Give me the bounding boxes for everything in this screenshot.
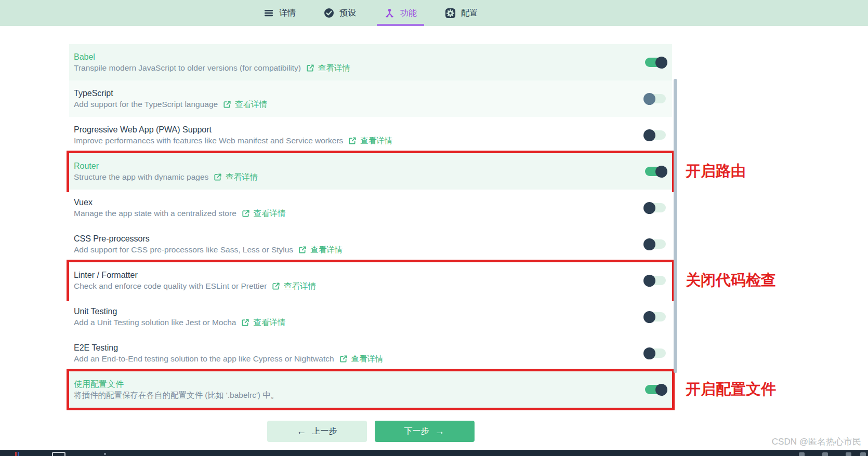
feature-name: Babel	[74, 51, 645, 62]
feature-name: Linter / Formatter	[74, 270, 645, 280]
arrow-right-icon: →	[435, 426, 445, 436]
list-icon	[264, 8, 274, 18]
feature-name: TypeScript	[74, 88, 645, 99]
feature-annotation: 关闭代码检查	[686, 270, 776, 291]
feature-description-text: 将插件的配置保存在各自的配置文件 (比如 '.babelrc') 中。	[74, 390, 279, 400]
tab-label: 预设	[339, 8, 356, 19]
feature-toggle[interactable]	[645, 385, 666, 394]
feature-description-text: Transpile modern JavaScript to older ver…	[74, 62, 301, 73]
feature-name: Router	[74, 160, 645, 171]
feature-description: Add an End-to-End testing solution to th…	[74, 353, 645, 364]
status-bar	[0, 450, 868, 456]
feature-toggle[interactable]	[645, 58, 666, 67]
tab-features[interactable]: 功能	[377, 0, 424, 26]
previous-step-button[interactable]: ← 上一步	[267, 421, 367, 442]
feature-row-unit-testing[interactable]: Unit Testing Add a Unit Testing solution…	[69, 299, 672, 335]
feature-details-link-label: 查看详情	[318, 62, 350, 73]
feature-details-link-label: 查看详情	[254, 208, 286, 219]
feature-details-link[interactable]: 查看详情	[298, 244, 343, 255]
next-step-button[interactable]: 下一步 →	[375, 421, 475, 442]
feature-row-vuex[interactable]: Vuex Manage the app state with a central…	[69, 190, 672, 226]
external-link-icon	[223, 100, 231, 109]
feature-description: Manage the app state with a centralized …	[74, 208, 645, 219]
toggle-knob	[655, 57, 667, 69]
feature-description-text: Add a Unit Testing solution like Jest or…	[74, 317, 236, 328]
external-link-icon	[214, 173, 222, 181]
features-icon	[384, 8, 395, 19]
tab-details[interactable]: 详情	[256, 0, 303, 26]
feature-row-linter-formatter[interactable]: Linter / Formatter Check and enforce cod…	[69, 262, 672, 299]
feature-description: Improve performances with features like …	[74, 135, 645, 146]
status-bar-icon[interactable]	[860, 452, 866, 456]
feature-row-css-pre-processors[interactable]: CSS Pre-processors Add support for CSS p…	[69, 226, 672, 262]
status-bar-icon	[15, 452, 17, 456]
feature-details-link[interactable]: 查看详情	[272, 280, 316, 291]
feature-row-typescript[interactable]: TypeScript Add support for the TypeScrip…	[69, 81, 672, 117]
external-link-icon	[339, 355, 348, 363]
external-link-icon	[242, 209, 250, 218]
external-link-icon	[306, 64, 314, 72]
feature-details-link[interactable]: 查看详情	[306, 62, 350, 73]
external-link-icon	[272, 282, 280, 290]
toggle-knob	[643, 129, 655, 141]
feature-name: CSS Pre-processors	[74, 233, 645, 244]
feature-toggle[interactable]	[645, 312, 666, 321]
toggle-knob	[643, 238, 655, 250]
feature-description-text: Add support for CSS pre-processors like …	[74, 244, 293, 255]
feature-description-text: Manage the app state with a centralized …	[74, 208, 236, 219]
feature-toggle[interactable]	[645, 167, 666, 176]
toggle-knob	[643, 347, 655, 359]
feature-description: Add support for CSS pre-processors like …	[74, 244, 645, 255]
feature-row-router[interactable]: Router Structure the app with dynamic pa…	[69, 153, 672, 190]
feature-row-progressive-web-app-pwa-support[interactable]: Progressive Web App (PWA) Support Improv…	[69, 117, 672, 153]
feature-toggle[interactable]	[645, 239, 666, 249]
feature-toggle[interactable]	[645, 203, 666, 212]
previous-step-label: 上一步	[312, 426, 337, 437]
feature-details-link-label: 查看详情	[253, 317, 285, 328]
external-link-icon	[241, 318, 249, 327]
status-bar-icon[interactable]	[799, 452, 805, 456]
feature-description-text: Add an End-to-End testing solution to th…	[74, 353, 334, 364]
feature-name: Vuex	[74, 197, 645, 208]
vertical-scrollbar[interactable]	[674, 79, 677, 373]
feature-name: 使用配置文件	[74, 379, 645, 390]
feature-description-text: Improve performances with features like …	[74, 135, 343, 146]
check-circle-icon	[324, 8, 334, 18]
toggle-knob	[655, 384, 667, 396]
feature-annotation: 开启路由	[686, 161, 746, 182]
tab-presets[interactable]: 预设	[317, 0, 363, 26]
status-bar-icon[interactable]	[822, 452, 828, 456]
wizard-actions: ← 上一步 下一步 →	[69, 421, 672, 442]
top-navigation: 详情 预设 功能	[0, 0, 868, 26]
feature-row-e2e-testing[interactable]: E2E Testing Add an End-to-End testing so…	[69, 335, 672, 371]
feature-details-link[interactable]: 查看详情	[241, 317, 285, 328]
feature-details-link-label: 查看详情	[351, 353, 384, 364]
tab-configuration[interactable]: 配置	[438, 0, 485, 26]
toggle-knob	[643, 93, 655, 105]
feature-toggle[interactable]	[645, 276, 666, 285]
status-bar-icon	[18, 452, 19, 456]
feature-details-link[interactable]: 查看详情	[214, 171, 258, 182]
feature-description: Add a Unit Testing solution like Jest or…	[74, 317, 645, 328]
next-step-label: 下一步	[404, 426, 429, 437]
status-bar-icon	[104, 453, 106, 455]
tab-label: 功能	[400, 8, 417, 19]
feature-toggle[interactable]	[645, 94, 666, 103]
feature-row-babel[interactable]: Babel Transpile modern JavaScript to old…	[69, 44, 672, 81]
feature-row-use-config-files[interactable]: 使用配置文件 将插件的配置保存在各自的配置文件 (比如 '.babelrc') …	[69, 371, 672, 408]
arrow-left-icon: ←	[297, 426, 307, 436]
feature-toggle[interactable]	[645, 130, 666, 140]
status-bar-icon[interactable]	[846, 452, 851, 456]
feature-details-link[interactable]: 查看详情	[242, 208, 286, 219]
feature-description: Transpile modern JavaScript to older ver…	[74, 62, 645, 73]
feature-list: Babel Transpile modern JavaScript to old…	[69, 44, 672, 408]
feature-details-link[interactable]: 查看详情	[348, 135, 392, 146]
feature-name: Progressive Web App (PWA) Support	[74, 124, 645, 135]
config-gear-icon	[445, 8, 456, 19]
feature-details-link-label: 查看详情	[284, 280, 316, 291]
feature-toggle[interactable]	[645, 348, 666, 358]
feature-details-link[interactable]: 查看详情	[223, 99, 267, 110]
status-bar-icon	[52, 452, 65, 456]
feature-annotation: 开启配置文件	[686, 379, 776, 400]
feature-details-link[interactable]: 查看详情	[339, 353, 384, 364]
